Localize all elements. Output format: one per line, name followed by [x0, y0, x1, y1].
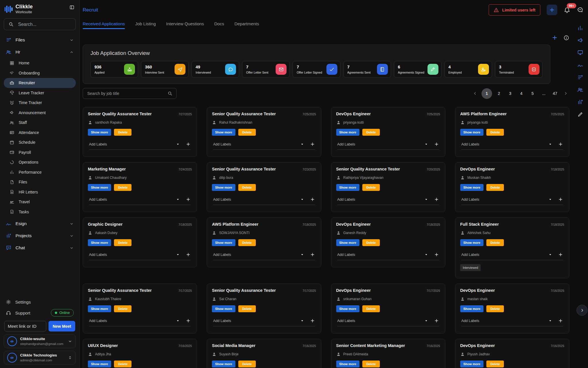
label-dropdown-button[interactable]	[548, 319, 552, 323]
label-dropdown-button[interactable]	[176, 197, 180, 202]
pagination-page[interactable]: 3	[506, 89, 514, 98]
add-label-button[interactable]	[434, 197, 439, 202]
show-more-button[interactable]: Show more	[88, 361, 111, 367]
add-labels-select[interactable]: Add Labels	[337, 197, 439, 205]
rail-monitor-icon[interactable]	[577, 49, 583, 56]
delete-button[interactable]: Delete	[114, 305, 131, 312]
sidebar-item-recruiter[interactable]: Recruiter	[4, 78, 76, 88]
delete-button[interactable]: Delete	[238, 305, 256, 312]
add-label-button[interactable]	[310, 142, 315, 147]
sidebar-section-esign[interactable]: Esign	[4, 218, 76, 229]
delete-button[interactable]: Delete	[238, 184, 256, 191]
show-more-button[interactable]: Show more	[460, 305, 483, 312]
add-labels-select[interactable]: Add Labels	[461, 252, 563, 260]
label-dropdown-button[interactable]	[548, 252, 552, 257]
add-labels-select[interactable]: Add Labels	[89, 252, 191, 260]
sidebar-item-attendance[interactable]: Attendance	[4, 128, 76, 138]
pagination-prev-button[interactable]	[471, 90, 479, 97]
rail-megaphone-icon[interactable]	[577, 37, 583, 43]
add-labels-select[interactable]: Add Labels	[89, 318, 191, 326]
show-more-button[interactable]: Show more	[336, 361, 359, 367]
add-labels-select[interactable]: Add Labels	[213, 197, 315, 205]
sidebar-item-home[interactable]: Home	[4, 58, 76, 68]
sidebar-item-hr-letters[interactable]: HR Letters	[4, 187, 76, 197]
show-more-button[interactable]: Show more	[212, 305, 235, 312]
delete-button[interactable]: Delete	[238, 361, 256, 367]
delete-button[interactable]: Delete	[238, 129, 256, 136]
label-dropdown-button[interactable]	[176, 319, 180, 323]
add-label-button[interactable]	[434, 252, 439, 257]
delete-button[interactable]: Delete	[486, 305, 504, 312]
pagination-page[interactable]: 1	[481, 88, 492, 99]
tab-job-listing[interactable]: Job Listing	[135, 21, 156, 29]
show-more-button[interactable]: Show more	[88, 184, 111, 191]
label-dropdown-button[interactable]	[424, 252, 428, 257]
show-more-button[interactable]: Show more	[88, 239, 111, 246]
delete-button[interactable]: Delete	[114, 129, 131, 136]
rail-list-icon[interactable]	[577, 74, 583, 80]
delete-button[interactable]: Delete	[114, 184, 131, 191]
label-dropdown-button[interactable]	[548, 142, 552, 146]
rail-people-icon[interactable]	[577, 87, 583, 93]
show-more-button[interactable]: Show more	[212, 129, 235, 136]
label-dropdown-button[interactable]	[300, 142, 304, 146]
label-dropdown-button[interactable]	[176, 142, 180, 146]
sidebar-section-files[interactable]: Files	[4, 35, 76, 45]
show-more-button[interactable]: Show more	[88, 129, 111, 136]
delete-button[interactable]: Delete	[362, 361, 380, 367]
add-label-button[interactable]	[434, 318, 439, 323]
limited-users-button[interactable]: Limited users left	[489, 4, 540, 16]
add-labels-select[interactable]: Add Labels	[213, 318, 315, 326]
add-label-button[interactable]	[186, 197, 191, 202]
sidebar-item-onboarding[interactable]: Onboarding	[4, 68, 76, 78]
add-labels-select[interactable]: Add Labels	[213, 252, 315, 260]
job-title-search-input[interactable]	[87, 91, 167, 96]
account-card-workspace[interactable]: Clikkle-wsuite stephandgraham@gmail.com	[4, 334, 76, 348]
tab-departments[interactable]: Departments	[234, 21, 259, 29]
label-dropdown-button[interactable]	[548, 197, 552, 202]
add-label-button[interactable]	[558, 142, 563, 147]
info-button[interactable]	[563, 35, 569, 41]
add-label-button[interactable]	[558, 197, 563, 202]
add-labels-select[interactable]: Add Labels	[89, 197, 191, 205]
create-new-button[interactable]	[547, 5, 557, 15]
search-input[interactable]	[18, 22, 71, 27]
delete-button[interactable]: Delete	[486, 239, 504, 246]
show-more-button[interactable]: Show more	[336, 129, 359, 136]
chevron-updown-icon[interactable]	[68, 355, 72, 360]
label-dropdown-button[interactable]	[300, 252, 304, 257]
rail-projects-icon[interactable]	[577, 99, 583, 105]
chevron-down-icon[interactable]	[68, 339, 72, 344]
delete-button[interactable]: Delete	[238, 239, 256, 246]
expand-panel-button[interactable]	[577, 305, 587, 316]
label-dropdown-button[interactable]	[424, 319, 428, 323]
sidebar-section-projects[interactable]: Projects	[4, 231, 76, 241]
show-more-button[interactable]: Show more	[460, 184, 483, 191]
rail-edit-icon[interactable]	[577, 111, 583, 118]
delete-button[interactable]: Delete	[362, 184, 380, 191]
show-more-button[interactable]: Show more	[88, 305, 111, 312]
add-labels-select[interactable]: Add Labels	[213, 142, 315, 150]
sidebar-search[interactable]	[4, 18, 76, 30]
rail-signature-icon[interactable]	[577, 62, 583, 68]
tab-interview-questions[interactable]: Interview Questions	[166, 21, 204, 29]
sidebar-item-files[interactable]: Files	[4, 177, 76, 187]
add-label-button[interactable]	[186, 142, 191, 147]
add-label-button[interactable]	[434, 142, 439, 147]
add-label-button[interactable]	[310, 197, 315, 202]
sidebar-item-travel[interactable]: Travel	[4, 197, 76, 207]
add-labels-select[interactable]: Add Labels	[461, 318, 563, 326]
tab-docs[interactable]: Docs	[214, 21, 224, 29]
show-more-button[interactable]: Show more	[460, 239, 483, 246]
delete-button[interactable]: Delete	[362, 305, 380, 312]
add-label-button[interactable]	[186, 252, 191, 257]
pagination-next-button[interactable]	[562, 90, 569, 97]
delete-button[interactable]: Delete	[362, 129, 380, 136]
label-dropdown-button[interactable]	[300, 197, 304, 202]
add-labels-select[interactable]: Add Labels	[337, 318, 439, 326]
show-more-button[interactable]: Show more	[336, 184, 359, 191]
sidebar-item-time-tracker[interactable]: Time Tracker	[4, 98, 76, 108]
rail-bar-chart-icon[interactable]	[577, 25, 583, 31]
show-more-button[interactable]: Show more	[336, 305, 359, 312]
add-labels-select[interactable]: Add Labels	[461, 142, 563, 150]
